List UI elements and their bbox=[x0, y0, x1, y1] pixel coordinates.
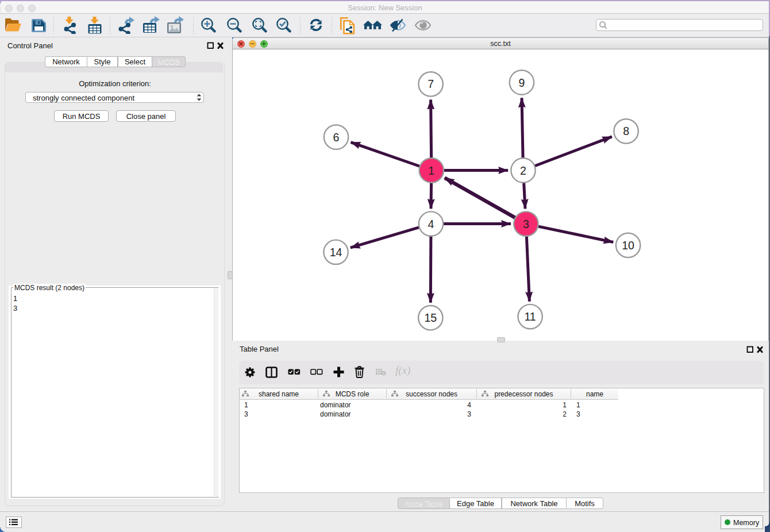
svg-text:6: 6 bbox=[333, 131, 340, 144]
svg-text:15: 15 bbox=[424, 311, 437, 324]
svg-text:9: 9 bbox=[518, 76, 525, 89]
svg-text:8: 8 bbox=[623, 125, 629, 137]
svg-text:4: 4 bbox=[428, 218, 434, 230]
svg-text:1: 1 bbox=[428, 164, 434, 177]
svg-text:2: 2 bbox=[520, 164, 526, 177]
svg-text:10: 10 bbox=[622, 239, 634, 252]
svg-text:3: 3 bbox=[523, 218, 529, 230]
svg-text:14: 14 bbox=[330, 246, 342, 259]
svg-text:11: 11 bbox=[524, 310, 536, 323]
svg-text:7: 7 bbox=[428, 78, 434, 90]
